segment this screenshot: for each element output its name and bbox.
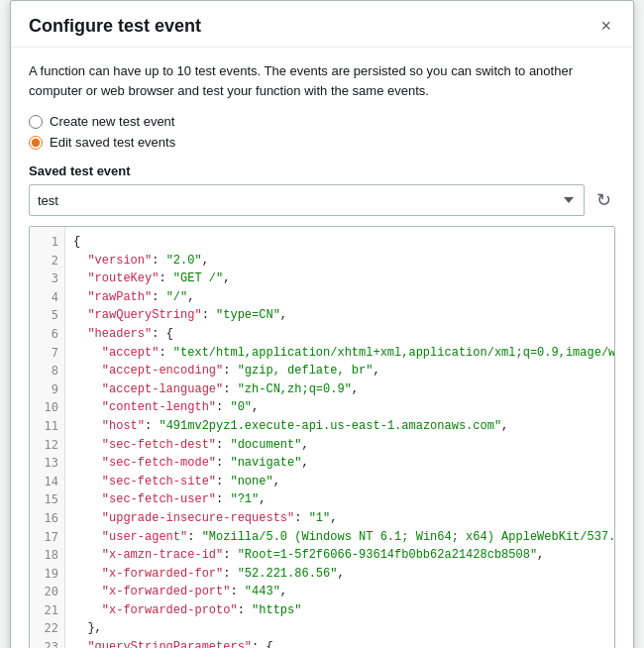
- configure-test-event-modal: Configure test event × A function can ha…: [10, 0, 634, 648]
- radio-edit[interactable]: Edit saved test events: [29, 135, 615, 150]
- code-editor[interactable]: 12345 678910 1112131415 1617181920 21222…: [29, 226, 615, 648]
- refresh-icon: ↻: [596, 190, 611, 210]
- code-textarea[interactable]: { "version": "2.0", "routeKey": "GET /",…: [65, 227, 614, 648]
- close-icon: ×: [600, 16, 611, 36]
- modal-title: Configure test event: [29, 16, 201, 37]
- close-button[interactable]: ×: [596, 15, 615, 37]
- modal-body: A function can have up to 10 test events…: [11, 48, 633, 648]
- saved-event-label: Saved test event: [29, 163, 615, 178]
- radio-edit-label: Edit saved test events: [50, 135, 175, 150]
- modal-header: Configure test event ×: [11, 1, 633, 48]
- dropdown-row: test ↻: [29, 184, 615, 216]
- radio-group: Create new test event Edit saved test ev…: [29, 114, 615, 150]
- saved-event-dropdown[interactable]: test: [29, 184, 585, 216]
- line-numbers: 12345 678910 1112131415 1617181920 21222…: [30, 227, 65, 648]
- radio-create-input[interactable]: [29, 115, 43, 129]
- radio-edit-input[interactable]: [29, 136, 43, 150]
- radio-create-label: Create new test event: [50, 114, 174, 129]
- radio-create[interactable]: Create new test event: [29, 114, 615, 129]
- refresh-button[interactable]: ↻: [592, 185, 615, 215]
- description-text: A function can have up to 10 test events…: [29, 61, 615, 100]
